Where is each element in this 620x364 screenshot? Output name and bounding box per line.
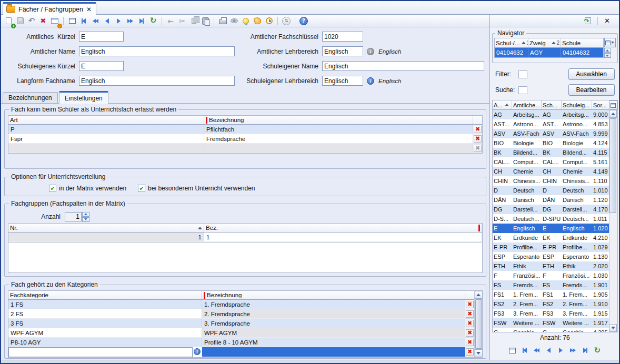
col-sortierung[interactable]: Sor... — [592, 100, 609, 109]
delete-row-icon[interactable]: ✖ — [466, 329, 474, 337]
data-table-icon[interactable] — [507, 345, 518, 356]
col-bezeichnung[interactable]: Bezeichnung — [204, 116, 473, 124]
refresh-icon[interactable]: ↻ — [592, 345, 603, 356]
copy-icon[interactable] — [188, 16, 199, 26]
doc-tab-close-icon[interactable]: ✕ — [86, 6, 92, 13]
langform-fachname-field[interactable] — [79, 76, 235, 86]
schuleigener-lehrbereich-field[interactable] — [322, 76, 363, 86]
tab-bezeichnungen[interactable]: Bezeichnungen — [3, 92, 58, 103]
print-icon[interactable] — [217, 16, 228, 26]
amtliches-kuerzel-field[interactable] — [79, 32, 124, 42]
new-record-icon[interactable]: + — [3, 16, 14, 26]
disc-icon[interactable] — [229, 16, 239, 26]
subject-row[interactable]: AST... Astrono... AST... Astrono... 4.85… — [493, 119, 609, 129]
subject-row[interactable]: AG Arbeitsg... AG Arbeitsg... 9.000 — [493, 110, 609, 119]
doc-tab-faecher-fachgruppen[interactable]: Fächer / Fachgruppen ✕ — [3, 2, 96, 15]
subject-row[interactable]: G Geschic... G Geschic... 4.305 — [493, 328, 609, 332]
subject-row[interactable]: ESP Esperanto ESP Esperanto 1.130 — [493, 252, 609, 261]
col-schuleigene-bez[interactable]: Schuleig... — [562, 100, 592, 109]
kategorie-row[interactable]: WPF AGYM WPF AGYM ✖ — [8, 328, 474, 338]
scroll-up-icon[interactable] — [609, 110, 617, 118]
nav-last-icon[interactable] — [580, 345, 591, 356]
suche-checkbox[interactable] — [518, 86, 527, 94]
nav-next-icon[interactable] — [113, 16, 124, 26]
paste-icon[interactable] — [200, 16, 211, 26]
help-icon[interactable]: ? — [298, 16, 309, 26]
lightbulb-icon[interactable] — [241, 16, 251, 26]
unterrichtsfach-row[interactable]: Fspr Fremdsprache ✖ — [8, 134, 482, 144]
unterrichtsfach-row[interactable]: P Pflichtfach ✖ — [8, 125, 482, 134]
col-zweig[interactable]: Zweig2 — [528, 38, 561, 47]
refresh-icon[interactable]: ↻ — [148, 16, 158, 26]
cut-icon[interactable]: ✂ — [177, 16, 187, 26]
subject-row[interactable]: D-S... Deutsch... D-SPU Deutsch... 1.011 — [493, 214, 609, 224]
amtlicher-name-field[interactable] — [79, 46, 235, 56]
schuleigenes-kuerzel-field[interactable] — [79, 61, 124, 71]
data-table-icon[interactable] — [67, 16, 77, 26]
amtlicher-fachschluessel-field[interactable] — [322, 32, 363, 42]
spinner-down-icon[interactable] — [82, 217, 89, 222]
col-kuerzel[interactable]: A... — [493, 100, 512, 109]
scroll-up-icon[interactable] — [475, 291, 483, 299]
subject-row[interactable]: E Englisch E Englisch 1.020 — [493, 224, 609, 233]
info-icon[interactable]: i — [194, 348, 201, 355]
fachgruppen-row[interactable]: 1 1 — [8, 232, 482, 242]
field-chooser-icon[interactable] — [609, 100, 617, 110]
back-icon[interactable]: ← — [165, 16, 176, 26]
checkbox-matrix-verwenden[interactable]: ✔ in der Matrix verwenden — [49, 185, 126, 192]
subject-row[interactable]: BIO Biologie BIO Biologie 4.124 — [493, 138, 609, 148]
col-bezeichnung[interactable]: Bezeichnung — [202, 291, 465, 299]
col-schule[interactable]: Schule — [561, 38, 603, 47]
nav-last-icon[interactable] — [136, 16, 147, 26]
col-nr[interactable]: Nr. — [8, 224, 204, 232]
col-bez[interactable]: Bez. — [204, 224, 482, 232]
kategorie-row[interactable]: P8-10 AGY Profile 8 - 10 AGYM ✖ — [8, 338, 474, 347]
subject-row[interactable]: DÄN Dänisch DÄN Dänisch 1.120 — [493, 195, 609, 205]
delete-row-icon[interactable]: ✖ — [466, 310, 474, 318]
nav-prev-icon[interactable] — [544, 345, 554, 356]
subject-row[interactable]: ASV ASV-Fach ASV ASV-Fach 9.999 — [493, 129, 609, 138]
nav-next-icon[interactable] — [556, 345, 566, 356]
kategorie-row[interactable]: 2 FS 2. Fremdsprache ✖ — [8, 309, 474, 319]
subject-row[interactable]: FS1 1. Frem... FS1 1. Frem... 1.905 — [493, 290, 609, 299]
nav-prev-icon[interactable] — [102, 16, 112, 26]
bearbeiten-button[interactable]: Bearbeiten — [568, 84, 615, 96]
horn-icon[interactable] — [252, 16, 263, 26]
schuleigener-name-field[interactable] — [322, 61, 484, 71]
navigator-selected-row[interactable]: 04104632 AGY 04104632 — [495, 48, 603, 57]
kategorie-row[interactable]: 1 FS 1. Fremdsprache ✖ — [8, 300, 474, 309]
filter-checkbox[interactable] — [518, 70, 527, 78]
undo-icon[interactable]: ↶ — [26, 16, 37, 26]
nav-first-icon[interactable] — [78, 16, 89, 26]
nav-first-icon[interactable] — [519, 345, 530, 356]
delete-row-icon[interactable]: ✖ — [474, 126, 482, 133]
amtlicher-lehrbereich-field[interactable] — [322, 46, 363, 56]
parameters-icon[interactable]: ⇅ — [281, 16, 292, 26]
subject-row[interactable]: F Französi... F Französi... 1.030 — [493, 271, 609, 280]
subject-row[interactable]: FSW Weitere ... FSW Weitere ... 1.917 — [493, 318, 609, 328]
subject-row[interactable]: E-PR Profilbe... E-PR Profilbe... 1.029 — [493, 242, 609, 252]
col-schulnummer[interactable]: Schul-/...1 — [495, 38, 528, 47]
col-art[interactable]: Art — [8, 116, 204, 124]
subjects-scrollbar[interactable] — [609, 110, 617, 332]
delete-icon[interactable]: ✖ — [38, 16, 48, 26]
checkbox-besonderer-unterricht[interactable]: ✔ bei besonderem Unterricht verwenden — [138, 185, 255, 192]
subject-row[interactable]: ETH Ethik ETH Ethik 2.020 — [493, 261, 609, 271]
subject-row[interactable]: FS2 2. Frem... FS2 2. Frem... 1.910 — [493, 299, 609, 309]
nav-fast-prev-icon[interactable] — [90, 16, 101, 26]
alarm-clock-icon[interactable] — [264, 16, 274, 26]
delete-row-icon[interactable]: ✖ — [466, 339, 474, 346]
field-chooser-icon[interactable] — [604, 38, 616, 47]
nav-fast-next-icon[interactable] — [568, 345, 578, 356]
spinner-up-icon[interactable] — [82, 212, 89, 217]
delete-row-icon[interactable]: ✖ — [474, 135, 482, 143]
col-amtliche-bez[interactable]: Amtliche... — [512, 100, 542, 109]
kategorie-row[interactable]: 3 FS 3. Fremdsprache ✖ — [8, 319, 474, 328]
subject-row[interactable]: FS3 3. Frem... FS3 3. Frem... 1.915 — [493, 309, 609, 318]
scroll-down-icon[interactable] — [609, 324, 617, 332]
row-scroll-down-icon[interactable] — [604, 53, 611, 58]
subject-row[interactable]: EK Erdkunde EK Erdkunde 4.210 — [493, 233, 609, 242]
delete-row-icon[interactable]: ✖ — [466, 320, 474, 327]
subject-row[interactable]: DG Darstell... DG Darstell... 4.170 — [493, 205, 609, 214]
col-schuleigenes-kuerzel[interactable]: Sch... — [542, 100, 562, 109]
